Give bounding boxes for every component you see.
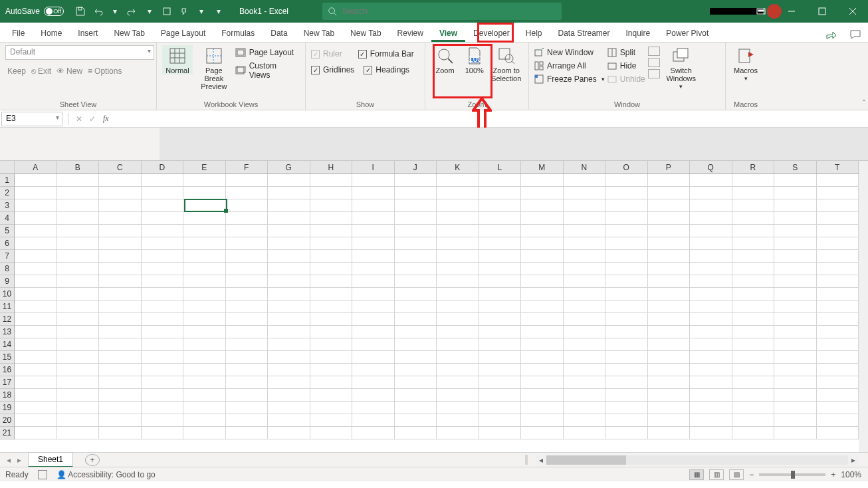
accessibility-status[interactable]: 👤 Accessibility: Good to go (56, 470, 156, 479)
cell[interactable] (648, 225, 691, 237)
minimize-button[interactable] (776, 0, 807, 23)
cell[interactable] (183, 225, 226, 237)
row-header-9[interactable]: 9 (0, 275, 14, 288)
cell[interactable] (479, 364, 522, 376)
cell[interactable] (57, 414, 100, 427)
cell[interactable] (395, 427, 437, 439)
cell[interactable] (690, 199, 732, 212)
zoom-100-button[interactable]: 100 100% (462, 45, 487, 74)
cell[interactable] (268, 326, 310, 338)
cell[interactable] (142, 364, 184, 376)
cell[interactable] (690, 174, 732, 187)
cell[interactable] (479, 187, 522, 199)
cell[interactable] (774, 301, 817, 313)
row-header-13[interactable]: 13 (0, 326, 14, 338)
cell[interactable] (142, 174, 184, 187)
col-header-E[interactable]: E (183, 161, 226, 174)
cell[interactable] (57, 187, 100, 199)
cell[interactable] (15, 237, 57, 250)
row-header-3[interactable]: 3 (0, 199, 14, 212)
cell[interactable] (817, 250, 859, 263)
cell[interactable] (310, 275, 353, 288)
cell[interactable] (479, 376, 522, 389)
cell[interactable] (732, 338, 775, 351)
cell[interactable] (774, 199, 817, 212)
arrange-all-button[interactable]: Arrange All (534, 61, 605, 70)
row-header-8[interactable]: 8 (0, 263, 14, 275)
cell[interactable] (564, 212, 606, 225)
cell[interactable] (648, 351, 691, 364)
cell[interactable] (817, 326, 859, 338)
cell[interactable] (226, 301, 269, 313)
cell[interactable] (15, 263, 57, 275)
cell[interactable] (732, 414, 775, 427)
cell[interactable] (732, 376, 775, 389)
cell[interactable] (142, 313, 184, 326)
cell[interactable] (564, 313, 606, 326)
cell[interactable] (774, 364, 817, 376)
cell[interactable] (774, 187, 817, 199)
nav-prev-icon[interactable]: ▸ (15, 455, 24, 465)
cell[interactable] (774, 338, 817, 351)
cell[interactable] (352, 187, 395, 199)
cell[interactable] (395, 263, 437, 275)
cell[interactable] (395, 301, 437, 313)
cell[interactable] (521, 237, 564, 250)
cell[interactable] (142, 301, 184, 313)
col-header-Q[interactable]: Q (690, 161, 732, 174)
cell[interactable] (774, 313, 817, 326)
cell[interactable] (268, 389, 310, 402)
cell[interactable] (15, 174, 57, 187)
cell[interactable] (310, 414, 353, 427)
cell[interactable] (817, 402, 859, 414)
cell[interactable] (774, 427, 817, 439)
cell[interactable] (15, 364, 57, 376)
cell[interactable] (521, 351, 564, 364)
col-header-J[interactable]: J (395, 161, 437, 174)
cell[interactable] (226, 250, 269, 263)
cell[interactable] (521, 313, 564, 326)
cell[interactable] (648, 364, 691, 376)
cell[interactable] (142, 389, 184, 402)
row-header-12[interactable]: 12 (0, 313, 14, 326)
row-header-7[interactable]: 7 (0, 250, 14, 263)
cell[interactable] (57, 174, 100, 187)
cell[interactable] (479, 275, 522, 288)
cell[interactable] (479, 250, 522, 263)
cell[interactable] (605, 174, 648, 187)
cell[interactable] (142, 326, 184, 338)
row-header-4[interactable]: 4 (0, 212, 14, 225)
cell[interactable] (226, 199, 269, 212)
cell[interactable] (437, 301, 479, 313)
row-header-11[interactable]: 11 (0, 301, 14, 313)
cell[interactable] (352, 275, 395, 288)
cell[interactable] (57, 389, 100, 402)
col-header-K[interactable]: K (437, 161, 479, 174)
cell[interactable] (648, 402, 691, 414)
cell[interactable] (774, 376, 817, 389)
col-header-D[interactable]: D (142, 161, 184, 174)
cell[interactable] (352, 364, 395, 376)
tab-newtab-3[interactable]: New Tab (342, 25, 389, 42)
cell[interactable] (479, 225, 522, 237)
col-header-P[interactable]: P (648, 161, 691, 174)
worksheet-grid[interactable]: ABCDEFGHIJKLMNOPQRST 1234567891011121314… (0, 161, 868, 452)
cell[interactable] (479, 338, 522, 351)
cell[interactable] (437, 376, 479, 389)
cell[interactable] (648, 237, 691, 250)
cell[interactable] (226, 351, 269, 364)
cell[interactable] (479, 263, 522, 275)
cell[interactable] (99, 313, 142, 326)
cell[interactable] (690, 326, 732, 338)
cell[interactable] (605, 237, 648, 250)
cell[interactable] (99, 250, 142, 263)
cell[interactable] (648, 313, 691, 326)
cell[interactable] (690, 187, 732, 199)
cell[interactable] (99, 263, 142, 275)
cell[interactable] (310, 174, 353, 187)
cell[interactable] (99, 212, 142, 225)
gridlines-checkbox[interactable]: Gridlines (311, 65, 354, 74)
cell[interactable] (437, 402, 479, 414)
cell[interactable] (99, 174, 142, 187)
cell[interactable] (564, 174, 606, 187)
